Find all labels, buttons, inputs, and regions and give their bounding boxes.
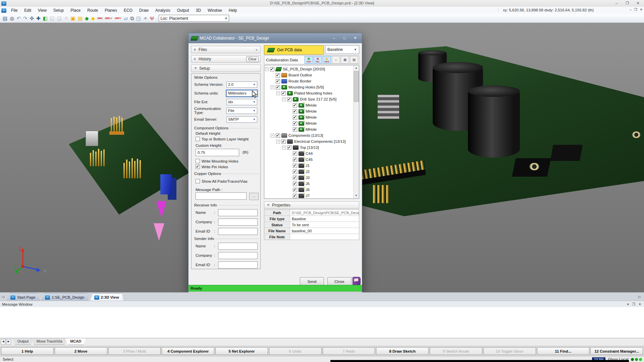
property-value[interactable]: baseline_00 [290,229,359,233]
tree-item[interactable]: Drill Size 217.22 [5/5] [265,96,353,102]
tree-checkbox[interactable] [276,85,280,89]
dialog-close-button[interactable]: ✕ [351,35,360,42]
dialog-maximize-button[interactable]: □ [340,35,349,42]
tree-expander[interactable] [265,67,269,71]
view-tab[interactable]: ≈ 1:SE_PCB_Design [41,293,89,301]
checkbox[interactable] [196,165,200,169]
field-combobox[interactable]: 2.0 ▼ [226,81,257,88]
tree-checkbox[interactable] [276,79,280,83]
highlight-bulb-button[interactable]: ● [332,56,340,64]
tool-icon[interactable]: ✦ [143,15,148,21]
menu-item[interactable]: File [8,7,21,14]
tree-item[interactable]: SE_PCB_Design [20/20] [265,66,353,72]
menu-item[interactable]: Output [174,7,193,14]
sender-info-input[interactable] [218,252,258,259]
find-icon[interactable]: ◎ [10,15,14,21]
tree-item[interactable]: Mounting Holes [5/5] [265,84,353,90]
scroll-up-icon[interactable]: ▲ [354,65,359,71]
tree-checkbox[interactable] [293,164,297,168]
function-key-button[interactable]: 10 Toggle Gloss [483,347,536,355]
tree-item[interactable]: J5 [265,181,353,187]
history-section-header[interactable]: History Clear [191,55,261,63]
tree-item[interactable]: J1 [265,163,353,169]
tree-item[interactable]: MHole [265,102,353,108]
checkbox[interactable] [196,179,200,183]
top-bottom-height-checkbox-row[interactable]: Top or Bottom Layer Height [196,137,249,141]
menu-item[interactable]: View [35,7,50,14]
menu-item[interactable]: Setup [50,7,67,14]
tree-checkbox[interactable] [281,91,286,96]
tree-item[interactable]: J2 [265,169,353,175]
function-key-button[interactable]: 6 Undo [269,347,322,355]
collapse-panel-button[interactable]: « [256,48,258,52]
function-key-button[interactable]: 11 Find... [537,347,590,355]
write-pin-holes-checkbox-row[interactable]: Write Pin Holes [196,165,228,169]
diamond-green-icon[interactable]: ◆ [85,15,89,21]
tree-item[interactable]: Top [13/13] [265,144,353,150]
tree-scrollbar[interactable]: ▲ ▼ [353,65,359,198]
tree-checkbox[interactable] [293,103,297,108]
window-pan-icon[interactable]: ◱ [50,15,55,21]
pad-orange-icon[interactable]: ▣ [71,15,75,21]
tree-checkbox[interactable] [287,145,291,150]
tree-item[interactable]: MHole [265,114,353,120]
tree-item[interactable]: J7 [265,193,353,198]
tab-left-icon[interactable]: ◀ [1,339,6,345]
message-tab[interactable]: Output [12,338,34,345]
net-tree-icon[interactable]: Ψ [150,15,154,21]
tree-checkbox[interactable] [293,158,297,162]
tab-right-icon[interactable]: ▶ [6,339,11,345]
expand-all-button[interactable]: ⊞ [341,56,349,64]
property-value[interactable]: D:\SE_PCB_Design\PCB\SE_PCB_Desig... [290,211,359,215]
receiver-info-input[interactable] [218,219,258,226]
dialog-minimize-button[interactable]: – [329,35,338,42]
tree-checkbox[interactable] [281,139,286,144]
dialog-title-bar[interactable]: MCAD Collaborator - SE_PCB_Design – □ ✕ [189,33,362,43]
scroll-down-icon[interactable]: ▼ [354,193,359,198]
dropdown-icon[interactable]: ▾ [627,302,629,306]
menu-item[interactable]: ECO [120,7,136,14]
sender-info-input[interactable] [218,261,258,268]
scrollbar-thumb[interactable] [354,71,359,102]
get-pcb-data-button[interactable]: Get PCB data [264,45,324,55]
tree-item[interactable]: MHole [265,120,353,126]
tree-checkbox[interactable] [293,176,297,180]
field-combobox[interactable]: SMTP ▼ [226,116,257,123]
menu-item[interactable]: Place [67,7,84,14]
message-window-content[interactable] [0,307,644,338]
setup-section-header[interactable]: Setup [191,65,261,72]
close-button[interactable]: ✕ [633,0,643,6]
tree-checkbox[interactable] [293,194,297,198]
drc-batch-icon[interactable]: DRC✓ [105,15,112,21]
add-part-icon[interactable]: ✚ [36,15,41,21]
diamond-warning-icon[interactable]: ◆ [91,15,95,21]
sender-info-input[interactable] [218,243,258,250]
redo-icon[interactable]: ↷ [23,15,28,21]
files-section-header[interactable]: Files « [191,46,261,53]
receiver-info-input[interactable] [218,228,258,235]
tree-checkbox[interactable] [293,109,297,114]
drc-off-icon[interactable]: OFF✓ [115,15,122,21]
menu-item[interactable]: 3D [193,7,204,14]
close-panel-icon[interactable]: ✕ [639,302,641,306]
probe-icon[interactable]: ◳ [136,15,141,21]
tree-checkbox[interactable] [293,115,297,120]
function-key-button[interactable]: 1 Help [1,347,54,355]
tab-scroll-right-icon[interactable]: ▷ [637,295,643,299]
add-item-button[interactable]: ✚ ADD [305,56,313,64]
tree-item[interactable]: Electrical Components [13/13] [265,138,353,144]
function-key-button[interactable]: 4 Component Explorer [162,347,214,355]
baseline-combobox[interactable]: Baseline ▼ [325,45,359,54]
tree-checkbox[interactable] [293,121,297,126]
tree-item[interactable]: MHole [265,108,353,114]
message-tab[interactable]: Move Trace\Via [32,338,67,345]
function-key-button[interactable]: 7 Redo [323,347,375,355]
copy-icon[interactable]: ⧉ [130,15,134,21]
properties-section-header[interactable]: Properties [264,201,359,209]
view-tab[interactable]: ≈ Start Page [6,293,40,301]
place-part-icon[interactable]: ✜ [30,15,34,21]
tree-item[interactable]: Route Border [265,78,353,84]
tree-expander[interactable] [282,98,286,101]
save-icon[interactable]: ▤ [3,15,7,21]
menu-item[interactable]: Route [84,7,101,14]
